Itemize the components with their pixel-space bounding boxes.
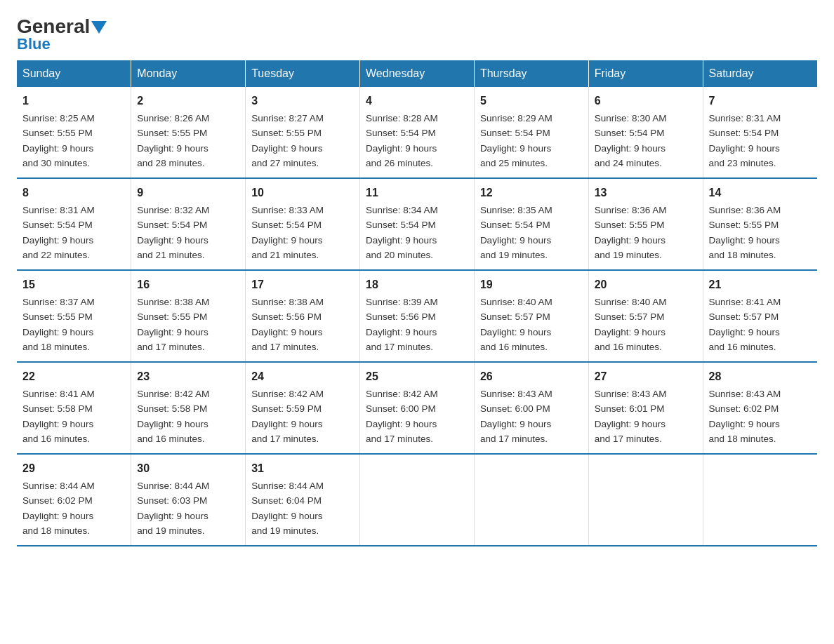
day-daylight: Daylight: 9 hoursand 18 minutes. [709, 419, 780, 444]
day-sunset: Sunset: 5:54 PM [709, 128, 779, 138]
calendar-table: SundayMondayTuesdayWednesdayThursdayFrid… [17, 60, 817, 546]
page-header: General Blue [17, 17, 817, 53]
day-cell-10: 10 Sunrise: 8:33 AM Sunset: 5:54 PM Dayl… [246, 178, 360, 270]
day-daylight: Daylight: 9 hoursand 18 minutes. [22, 327, 93, 352]
day-cell-30: 30 Sunrise: 8:44 AM Sunset: 6:03 PM Dayl… [131, 454, 246, 546]
day-number: 16 [137, 276, 239, 293]
day-header-friday: Friday [588, 60, 703, 87]
day-cell-11: 11 Sunrise: 8:34 AM Sunset: 5:54 PM Dayl… [360, 178, 475, 270]
day-cell-7: 7 Sunrise: 8:31 AM Sunset: 5:54 PM Dayli… [703, 87, 817, 178]
day-cell-9: 9 Sunrise: 8:32 AM Sunset: 5:54 PM Dayli… [131, 178, 246, 270]
day-number: 30 [137, 460, 239, 477]
day-sunrise: Sunrise: 8:31 AM [22, 205, 95, 215]
empty-cell [474, 454, 588, 546]
day-sunset: Sunset: 5:57 PM [709, 311, 779, 322]
day-daylight: Daylight: 9 hoursand 17 minutes. [137, 327, 208, 352]
day-sunrise: Sunrise: 8:31 AM [709, 113, 781, 123]
day-cell-2: 2 Sunrise: 8:26 AM Sunset: 5:55 PM Dayli… [131, 87, 246, 178]
day-sunset: Sunset: 6:03 PM [137, 495, 207, 506]
day-daylight: Daylight: 9 hoursand 25 minutes. [480, 143, 551, 168]
day-daylight: Daylight: 9 hoursand 16 minutes. [22, 419, 93, 444]
day-sunset: Sunset: 5:54 PM [480, 128, 550, 138]
day-cell-3: 3 Sunrise: 8:27 AM Sunset: 5:55 PM Dayli… [246, 87, 360, 178]
day-daylight: Daylight: 9 hoursand 16 minutes. [709, 327, 780, 352]
day-daylight: Daylight: 9 hoursand 17 minutes. [251, 327, 322, 352]
day-sunset: Sunset: 5:56 PM [251, 311, 322, 322]
day-number: 8 [22, 185, 125, 201]
day-number: 29 [22, 460, 125, 477]
day-cell-14: 14 Sunrise: 8:36 AM Sunset: 5:55 PM Dayl… [703, 178, 817, 270]
day-sunrise: Sunrise: 8:42 AM [366, 389, 438, 399]
day-number: 5 [480, 93, 583, 109]
day-sunrise: Sunrise: 8:29 AM [480, 113, 552, 123]
day-sunrise: Sunrise: 8:41 AM [709, 297, 781, 307]
day-number: 21 [709, 276, 812, 293]
day-sunset: Sunset: 5:58 PM [22, 403, 93, 414]
day-sunrise: Sunrise: 8:37 AM [22, 297, 95, 307]
empty-cell [360, 454, 475, 546]
day-sunrise: Sunrise: 8:35 AM [480, 205, 552, 215]
day-sunset: Sunset: 6:00 PM [366, 403, 436, 414]
day-cell-21: 21 Sunrise: 8:41 AM Sunset: 5:57 PM Dayl… [703, 270, 817, 362]
day-sunset: Sunset: 5:59 PM [251, 403, 322, 414]
day-sunrise: Sunrise: 8:44 AM [251, 481, 324, 491]
day-header-thursday: Thursday [474, 60, 588, 87]
day-sunrise: Sunrise: 8:34 AM [366, 205, 438, 215]
day-daylight: Daylight: 9 hoursand 17 minutes. [251, 419, 322, 444]
day-daylight: Daylight: 9 hoursand 19 minutes. [137, 511, 208, 536]
week-row-4: 22 Sunrise: 8:41 AM Sunset: 5:58 PM Dayl… [17, 362, 817, 454]
day-sunrise: Sunrise: 8:25 AM [22, 113, 95, 123]
week-row-3: 15 Sunrise: 8:37 AM Sunset: 5:55 PM Dayl… [17, 270, 817, 362]
week-row-5: 29 Sunrise: 8:44 AM Sunset: 6:02 PM Dayl… [17, 454, 817, 546]
day-header-saturday: Saturday [703, 60, 817, 87]
logo-blue: Blue [17, 35, 51, 53]
day-sunset: Sunset: 5:54 PM [595, 128, 665, 138]
day-cell-22: 22 Sunrise: 8:41 AM Sunset: 5:58 PM Dayl… [17, 362, 131, 454]
day-sunset: Sunset: 5:55 PM [709, 220, 779, 230]
day-number: 18 [366, 276, 468, 293]
day-number: 19 [480, 276, 583, 293]
day-cell-25: 25 Sunrise: 8:42 AM Sunset: 6:00 PM Dayl… [360, 362, 475, 454]
day-header-wednesday: Wednesday [360, 60, 475, 87]
day-sunrise: Sunrise: 8:27 AM [251, 113, 324, 123]
day-cell-29: 29 Sunrise: 8:44 AM Sunset: 6:02 PM Dayl… [17, 454, 131, 546]
day-sunrise: Sunrise: 8:42 AM [137, 389, 209, 399]
day-number: 15 [22, 276, 125, 293]
day-daylight: Daylight: 9 hoursand 21 minutes. [137, 235, 208, 260]
day-cell-8: 8 Sunrise: 8:31 AM Sunset: 5:54 PM Dayli… [17, 178, 131, 270]
day-cell-28: 28 Sunrise: 8:43 AM Sunset: 6:02 PM Dayl… [703, 362, 817, 454]
day-cell-1: 1 Sunrise: 8:25 AM Sunset: 5:55 PM Dayli… [17, 87, 131, 178]
day-cell-13: 13 Sunrise: 8:36 AM Sunset: 5:55 PM Dayl… [588, 178, 703, 270]
day-number: 27 [595, 368, 697, 385]
day-sunrise: Sunrise: 8:41 AM [22, 389, 95, 399]
day-sunset: Sunset: 5:55 PM [22, 128, 93, 138]
day-number: 13 [595, 185, 697, 201]
day-cell-24: 24 Sunrise: 8:42 AM Sunset: 5:59 PM Dayl… [246, 362, 360, 454]
day-number: 11 [366, 185, 468, 201]
day-daylight: Daylight: 9 hoursand 16 minutes. [595, 327, 666, 352]
day-sunset: Sunset: 5:54 PM [251, 220, 322, 230]
day-header-tuesday: Tuesday [246, 60, 360, 87]
day-number: 28 [709, 368, 812, 385]
day-header-row: SundayMondayTuesdayWednesdayThursdayFrid… [17, 60, 817, 87]
day-daylight: Daylight: 9 hoursand 18 minutes. [709, 235, 780, 260]
day-sunset: Sunset: 5:55 PM [137, 128, 207, 138]
logo: General Blue [17, 17, 107, 53]
day-sunrise: Sunrise: 8:28 AM [366, 113, 438, 123]
day-sunrise: Sunrise: 8:43 AM [480, 389, 552, 399]
day-sunset: Sunset: 5:55 PM [595, 220, 665, 230]
day-sunrise: Sunrise: 8:32 AM [137, 205, 209, 215]
svg-marker-0 [91, 21, 107, 34]
day-cell-27: 27 Sunrise: 8:43 AM Sunset: 6:01 PM Dayl… [588, 362, 703, 454]
day-sunset: Sunset: 5:55 PM [251, 128, 322, 138]
logo-general: General [17, 17, 90, 36]
day-sunset: Sunset: 5:54 PM [480, 220, 550, 230]
day-number: 2 [137, 93, 239, 109]
day-sunrise: Sunrise: 8:40 AM [480, 297, 552, 307]
day-daylight: Daylight: 9 hoursand 21 minutes. [251, 235, 322, 260]
day-daylight: Daylight: 9 hoursand 24 minutes. [595, 143, 666, 168]
day-daylight: Daylight: 9 hoursand 23 minutes. [709, 143, 780, 168]
day-cell-5: 5 Sunrise: 8:29 AM Sunset: 5:54 PM Dayli… [474, 87, 588, 178]
day-cell-16: 16 Sunrise: 8:38 AM Sunset: 5:55 PM Dayl… [131, 270, 246, 362]
day-daylight: Daylight: 9 hoursand 22 minutes. [22, 235, 93, 260]
